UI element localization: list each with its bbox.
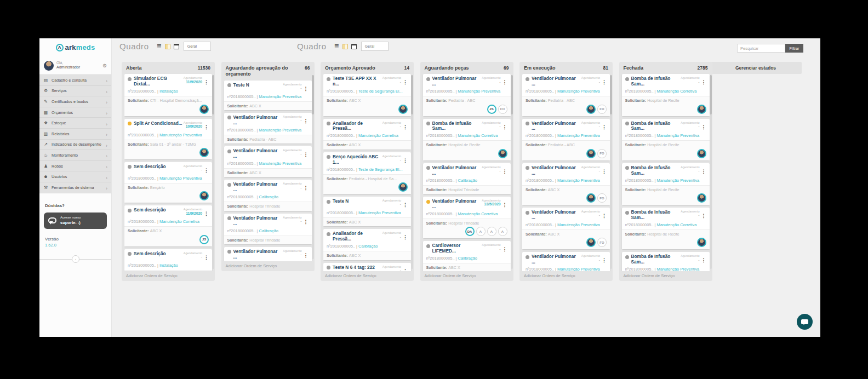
sidebar-item-monitoramento[interactable]: ♨ Monitoramento: [39, 150, 111, 161]
service-type-link[interactable]: Manutenção Preventiva: [259, 161, 302, 166]
user-initials-avatar[interactable]: A: [498, 227, 507, 236]
kebab-menu-icon[interactable]: [304, 216, 309, 226]
kebab-menu-icon[interactable]: [502, 121, 507, 131]
kebab-menu-icon[interactable]: [602, 254, 607, 264]
kebab-menu-icon[interactable]: [701, 121, 706, 131]
add-order-button[interactable]: Adicionar Ordem de Serviço: [420, 271, 513, 281]
kebab-menu-icon[interactable]: [602, 210, 607, 220]
kebab-menu-icon[interactable]: [204, 251, 209, 261]
kebab-menu-icon[interactable]: [602, 165, 607, 175]
service-type-link[interactable]: Calibração: [458, 178, 477, 183]
search-input[interactable]: [737, 44, 785, 53]
service-type-link[interactable]: Manutenção Preventiva: [557, 222, 600, 227]
service-type-link[interactable]: Manutenção Corretiva: [657, 89, 697, 94]
service-order-card[interactable]: Ventilador Pulmonar ... Agendamento - nº…: [423, 74, 511, 116]
kebab-menu-icon[interactable]: [502, 165, 507, 175]
user-photo-avatar[interactable]: [586, 105, 596, 114]
user-photo-avatar[interactable]: [586, 238, 596, 247]
sidebar-item-certificados-e-laudos[interactable]: ✎ Certificados e laudos: [39, 96, 111, 107]
service-type-link[interactable]: Manutenção Preventiva: [159, 176, 202, 181]
board-view-icon[interactable]: [165, 44, 170, 49]
manage-states-button[interactable]: Gerenciar estados: [710, 62, 802, 74]
service-order-card[interactable]: Sem descrição Agendamento 11/9/2020 nº20…: [124, 205, 212, 246]
kebab-menu-icon[interactable]: [701, 165, 706, 175]
kebab-menu-icon[interactable]: [701, 254, 706, 264]
scrollbar-thumb[interactable]: [212, 75, 214, 114]
kebab-menu-icon[interactable]: [502, 243, 507, 253]
list-view-icon[interactable]: [334, 43, 339, 49]
kebab-menu-icon[interactable]: [304, 182, 309, 192]
user-photo-avatar[interactable]: [697, 105, 706, 114]
service-type-link[interactable]: Manutenção Preventiva: [259, 94, 302, 99]
support-button[interactable]: Acesse nosso suporte. :): [44, 213, 107, 229]
user-photo-avatar[interactable]: [498, 149, 507, 158]
kebab-menu-icon[interactable]: [602, 76, 607, 86]
service-order-card[interactable]: Ventilador Pulmonar ... Agendamento - nº…: [224, 247, 312, 261]
scrollbar-thumb[interactable]: [610, 75, 612, 114]
kebab-menu-icon[interactable]: [204, 208, 209, 217]
service-order-card[interactable]: Ventilador Pulmonar ... Agendamento - nº…: [522, 208, 610, 249]
service-order-card[interactable]: Ventilador Pulmonar ... Agendamento - nº…: [522, 119, 610, 160]
kebab-menu-icon[interactable]: [304, 249, 309, 259]
service-order-card[interactable]: Bomba de Infusão Sam... Agendamento - nº…: [622, 208, 710, 249]
kebab-menu-icon[interactable]: [403, 265, 408, 271]
add-order-button[interactable]: Adicionar Ordem de Serviço: [619, 271, 712, 281]
service-order-card[interactable]: Ventilador Pulmonar ... Agendamento - nº…: [522, 163, 610, 205]
column-scrollbar[interactable]: [312, 75, 314, 259]
service-order-card[interactable]: Ventilador Pulmonar ... Agendamento - nº…: [423, 163, 511, 194]
service-type-link[interactable]: Manutenção Preventiva: [259, 128, 302, 133]
column-scrollbar[interactable]: [710, 75, 712, 269]
sidebar-item-indicadores-de-desempenho[interactable]: ↗ Indicadores de desempenho: [39, 140, 111, 151]
user-initials-avatar[interactable]: A: [476, 227, 486, 236]
sidebar-item-or-amentos[interactable]: ▦ Orçamentos: [39, 107, 111, 118]
service-type-link[interactable]: Manutenção Preventiva: [557, 89, 600, 94]
kebab-menu-icon[interactable]: [304, 115, 309, 125]
kebab-menu-icon[interactable]: [204, 164, 209, 174]
sidebar-item-rob-s[interactable]: ♟ Robôs: [39, 161, 111, 172]
service-order-card[interactable]: Sem descrição Agendamento - nº2018000005…: [124, 162, 212, 203]
kebab-menu-icon[interactable]: [403, 76, 408, 86]
sidebar-item-usu-rios[interactable]: ☻ Usuários: [39, 171, 111, 182]
user-photo-avatar[interactable]: [697, 193, 706, 203]
kebab-menu-icon[interactable]: [701, 76, 706, 86]
logo[interactable]: A arkmeds: [39, 38, 111, 56]
kebab-menu-icon[interactable]: [204, 121, 209, 131]
sidebar-item-servi-os[interactable]: ⚙ Serviços: [39, 86, 111, 97]
kebab-menu-icon[interactable]: [204, 76, 209, 86]
service-type-link[interactable]: Manutenção Corretiva: [458, 133, 498, 138]
service-type-link[interactable]: Manutenção Preventiva: [657, 267, 700, 271]
service-type-link[interactable]: Manutenção Preventiva: [159, 133, 202, 137]
service-order-card[interactable]: Ventilador Pulmonar ... Agendamento - nº…: [224, 214, 312, 244]
service-type-link[interactable]: Manutenção Preventiva: [557, 267, 600, 271]
service-type-link[interactable]: Teste de Segurança El...: [358, 89, 403, 94]
add-order-button[interactable]: Adicionar Ordem de Serviço: [122, 271, 215, 281]
service-order-card[interactable]: Analisador de Pressã... Agendamento - nº…: [323, 229, 411, 260]
service-order-card[interactable]: Analisador de Pressã... Agendamento - nº…: [323, 119, 411, 150]
service-order-card[interactable]: Bomba de Infusão Sam... Agendamento - nº…: [423, 119, 511, 160]
service-order-card[interactable]: Split Ar Condicionad... Agendamento 10/9…: [124, 119, 212, 159]
user-photo-avatar[interactable]: [398, 105, 408, 114]
kebab-menu-icon[interactable]: [304, 83, 309, 93]
user-initials-avatar[interactable]: FO: [597, 193, 607, 203]
service-type-link[interactable]: Manutenção Preventiva: [458, 89, 501, 94]
service-type-link[interactable]: Manutenção Preventiva: [557, 178, 600, 183]
service-order-card[interactable]: Simulador ECG Dixtal... Agendamento 11/9…: [124, 74, 212, 116]
column-scrollbar[interactable]: [411, 75, 413, 269]
user-photo-avatar[interactable]: [199, 148, 209, 157]
scrollbar-thumb[interactable]: [511, 75, 513, 114]
add-order-button[interactable]: Adicionar Ordem de Serviço: [221, 261, 315, 271]
service-type-link[interactable]: Manutenção Preventiva: [657, 178, 700, 183]
user-photo-avatar[interactable]: [697, 238, 706, 247]
user-initials-avatar[interactable]: DA: [465, 227, 475, 236]
sidebar-item-relat-rios[interactable]: ▥ Relatórios: [39, 129, 111, 140]
service-order-card[interactable]: Ventilador Pulmonar ... Agendamento - nº…: [522, 252, 610, 271]
service-type-link[interactable]: Manutenção Preventiva: [657, 133, 700, 138]
user-initials-avatar[interactable]: JS: [199, 235, 209, 244]
user-photo-avatar[interactable]: [199, 191, 209, 200]
board-filter-select[interactable]: Geral: [361, 42, 389, 51]
add-order-button[interactable]: Adicionar Ordem de Serviço: [321, 271, 414, 281]
service-order-card[interactable]: Berço Aquecido ABC 1... Agendamento - nº…: [323, 152, 411, 194]
service-type-link[interactable]: Instalação: [159, 89, 178, 94]
sidebar-item-cadastro-e-consulta[interactable]: ▤ Cadastro e consulta: [39, 75, 111, 86]
service-order-card[interactable]: Teste TSE APP XX X n... Agendamento - nº…: [323, 74, 411, 116]
